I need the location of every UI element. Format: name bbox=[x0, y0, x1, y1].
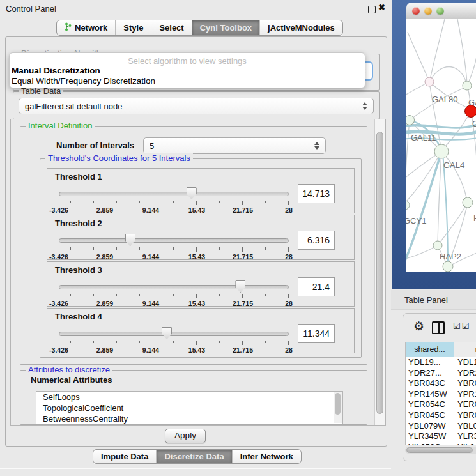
network-node[interactable] bbox=[406, 201, 410, 210]
table-data-selected-value: galFiltered.sif default node bbox=[25, 102, 122, 111]
slider-thumb[interactable] bbox=[235, 280, 245, 293]
close-window-icon[interactable]: ✖ bbox=[378, 3, 385, 12]
threshold-value-field[interactable]: 21.4 bbox=[298, 277, 335, 296]
attribute-list-item[interactable]: SelfLoops bbox=[36, 392, 342, 403]
minimize-traffic-light-icon[interactable] bbox=[424, 7, 432, 15]
attributes-group-title: Attributes to discretize bbox=[26, 365, 112, 374]
attribute-list-item[interactable]: TopologicalCoefficient bbox=[36, 403, 342, 413]
tick-label: -3.426 bbox=[49, 346, 68, 354]
table-row[interactable]: YLR345WYLR3... bbox=[406, 431, 476, 442]
threshold-slider[interactable]: -3.4262.8599.14415.4321.71528 bbox=[58, 187, 290, 213]
slider-track[interactable] bbox=[59, 285, 289, 289]
network-node[interactable] bbox=[433, 241, 442, 250]
tab-label: jActiveMNodules bbox=[268, 23, 335, 33]
tick-label: 9.144 bbox=[142, 253, 159, 261]
attribute-list-item[interactable]: BetweennessCentrality bbox=[36, 413, 342, 424]
numerical-attributes-list[interactable]: SelfLoopsTopologicalCoefficientBetweenne… bbox=[36, 391, 343, 424]
tab-label: Discretize Data bbox=[164, 452, 224, 461]
window-title: Control Panel bbox=[6, 4, 56, 13]
bottom-tab-infer-network[interactable]: Infer Network bbox=[232, 450, 301, 463]
tab-label: Impute Data bbox=[101, 452, 148, 461]
slider-track[interactable] bbox=[59, 332, 289, 336]
threshold-panel-4: Threshold 4-3.4262.8599.14415.4321.71528… bbox=[47, 308, 355, 353]
table-row[interactable]: YIL052CYIL0... bbox=[406, 442, 476, 445]
threshold-label: Threshold 3 bbox=[55, 265, 102, 275]
network-node[interactable] bbox=[443, 261, 453, 272]
column-header-name[interactable]: n... bbox=[454, 342, 476, 357]
network-node[interactable] bbox=[434, 144, 449, 158]
num-intervals-combobox[interactable]: 5 bbox=[143, 137, 326, 154]
dropdown-option-manual-discretization[interactable]: Manual Discretization bbox=[12, 66, 100, 75]
tab-label: Style bbox=[123, 23, 143, 33]
threshold-slider[interactable]: -3.4262.8599.14415.4321.71528 bbox=[58, 233, 290, 260]
tab-select[interactable]: Select bbox=[151, 20, 191, 35]
threshold-value-field[interactable]: 14.713 bbox=[298, 184, 335, 203]
column-header-shared[interactable]: shared... bbox=[406, 342, 454, 357]
tick-label: 28 bbox=[285, 300, 293, 307]
tick-label: 28 bbox=[285, 206, 293, 214]
threshold-slider[interactable]: -3.4262.8599.14415.4321.71528 bbox=[58, 326, 290, 353]
table-row[interactable]: YDR27...YDR2... bbox=[406, 368, 476, 379]
table-horizontal-scrollbar[interactable] bbox=[405, 447, 476, 454]
slider-thumb[interactable] bbox=[187, 187, 197, 199]
slider-ticks bbox=[59, 341, 289, 346]
node-table: shared... n... YDL19...YDL1...YDR27...YD… bbox=[405, 342, 476, 445]
table-row[interactable]: YPR145WYPR1... bbox=[406, 389, 476, 400]
tick-label: 28 bbox=[285, 253, 293, 261]
attributes-scrollbar[interactable] bbox=[334, 392, 342, 423]
threshold-value-field[interactable]: 6.316 bbox=[298, 231, 335, 250]
interval-definition-title: Interval Definition bbox=[26, 121, 95, 130]
slider-thumb[interactable] bbox=[162, 327, 172, 339]
threshold-value-field[interactable]: 11.344 bbox=[298, 324, 335, 343]
slider-track[interactable] bbox=[59, 238, 289, 243]
tick-label: 2.859 bbox=[96, 346, 113, 354]
network-node[interactable] bbox=[463, 81, 472, 90]
tab-cyni-toolbox[interactable]: Cyni Toolbox bbox=[192, 20, 259, 35]
node-label-hap2: HAP2 bbox=[440, 252, 461, 261]
node-label-gal11: GAL11 bbox=[411, 133, 436, 142]
network-icon bbox=[65, 22, 72, 33]
slider-track[interactable] bbox=[59, 192, 289, 196]
network-node[interactable] bbox=[406, 116, 415, 125]
tick-label: 15.43 bbox=[188, 300, 205, 307]
tick-label: 21.715 bbox=[233, 253, 253, 261]
float-window-icon[interactable] bbox=[368, 6, 376, 13]
slider-thumb[interactable] bbox=[125, 234, 135, 246]
tab-style[interactable]: Style bbox=[115, 20, 151, 35]
table-toolbar: ⚙ ☑☑ bbox=[403, 314, 476, 341]
threshold-slider[interactable]: -3.4262.8599.14415.4321.71528 bbox=[58, 280, 290, 307]
network-canvas[interactable]: GAL80 GA C GAL11 GAL4 GCY1 H HAP2 bbox=[406, 19, 476, 272]
tick-label: -3.426 bbox=[49, 206, 68, 214]
cell-shared-name: YLR345W bbox=[406, 431, 454, 442]
network-window-titlebar[interactable] bbox=[406, 3, 476, 20]
bottom-tab-discretize-data[interactable]: Discretize Data bbox=[156, 450, 231, 463]
cell-shared-name: YBR043C bbox=[406, 378, 454, 389]
tab-network[interactable]: Network bbox=[57, 20, 115, 35]
table-row[interactable]: YBR045CYBR0... bbox=[406, 410, 476, 421]
close-traffic-light-icon[interactable] bbox=[412, 7, 420, 15]
bottom-tab-impute-data[interactable]: Impute Data bbox=[93, 450, 156, 463]
threshold-label: Threshold 2 bbox=[55, 219, 102, 228]
slider-ticks bbox=[59, 247, 289, 252]
columns-icon[interactable] bbox=[432, 321, 445, 334]
cell-shared-name: YIL052C bbox=[406, 442, 454, 445]
settings-vertical-scrollbar[interactable] bbox=[374, 119, 385, 425]
dropdown-option-equal-width[interactable]: Equal Width/Frequency Discretization bbox=[12, 76, 155, 86]
algorithm-dropdown-popup: Select algorithm to view settings Manual… bbox=[9, 52, 365, 88]
cell-shared-name: YBR045C bbox=[406, 410, 454, 421]
checkbox-icons[interactable]: ☑☑ bbox=[453, 321, 470, 331]
network-node[interactable] bbox=[425, 77, 434, 86]
table-row[interactable]: YDL19...YDL1... bbox=[406, 357, 476, 368]
gear-icon[interactable]: ⚙ bbox=[413, 319, 424, 334]
tab-jactivemnodules[interactable]: jActiveMNodules bbox=[259, 20, 342, 35]
apply-button[interactable]: Apply bbox=[165, 429, 206, 443]
table-row[interactable]: YBR043CYBR0... bbox=[406, 378, 476, 389]
zoom-traffic-light-icon[interactable] bbox=[436, 7, 444, 15]
table-row[interactable]: YER054CYER0... bbox=[406, 399, 476, 410]
table-data-combobox[interactable]: galFiltered.sif default node bbox=[19, 98, 374, 114]
tick-label: 15.43 bbox=[188, 206, 205, 214]
table-row[interactable]: YBL079WYBL0... bbox=[406, 421, 476, 432]
network-node[interactable] bbox=[463, 197, 473, 208]
network-graph: GAL80 GA C GAL11 GAL4 GCY1 H HAP2 bbox=[406, 19, 476, 272]
tick-label: -3.426 bbox=[49, 253, 68, 261]
